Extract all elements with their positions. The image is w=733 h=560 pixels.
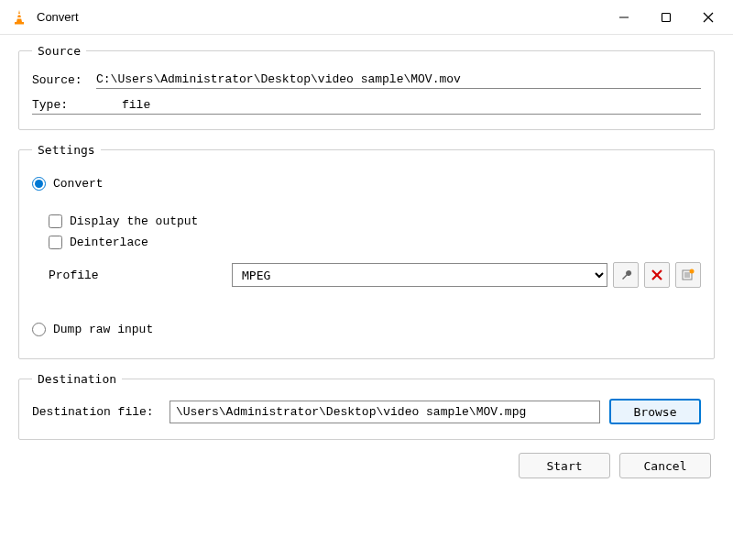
source-legend: Source (32, 44, 86, 58)
browse-button[interactable]: Browse (609, 399, 701, 424)
profile-select[interactable]: MPEG (232, 263, 607, 287)
source-label: Source: (32, 73, 96, 87)
profile-edit-button[interactable] (613, 262, 639, 288)
svg-point-13 (690, 269, 695, 274)
list-new-icon (682, 269, 695, 281)
type-label: Type: (32, 98, 96, 112)
display-output-label: Display the output (70, 214, 198, 228)
cancel-button[interactable]: Cancel (619, 453, 711, 478)
destination-file-input[interactable] (170, 401, 600, 423)
deinterlace-row[interactable]: Deinterlace (49, 236, 701, 249)
destination-group: Destination Destination file: Browse (18, 372, 715, 440)
source-input[interactable] (96, 71, 701, 89)
destination-file-label: Destination file: (32, 405, 170, 419)
wrench-icon (619, 269, 632, 281)
dump-radio-row[interactable]: Dump raw input (32, 323, 701, 336)
dump-radio[interactable] (32, 323, 46, 336)
window-title: Convert (37, 10, 603, 24)
dialog-content: Source Source: Type: file Settings Conve… (0, 35, 733, 489)
display-output-row[interactable]: Display the output (49, 214, 701, 228)
minimize-button[interactable] (603, 3, 645, 32)
svg-rect-0 (17, 14, 21, 16)
convert-radio-row[interactable]: Convert (32, 177, 701, 191)
convert-radio[interactable] (32, 177, 46, 191)
settings-legend: Settings (32, 143, 101, 157)
titlebar: Convert (0, 0, 733, 35)
profile-label: Profile (49, 269, 232, 282)
svg-rect-2 (15, 22, 24, 25)
vlc-cone-icon (11, 9, 27, 26)
maximize-button[interactable] (645, 3, 687, 32)
convert-radio-label: Convert (53, 177, 104, 191)
type-value: file (122, 98, 150, 112)
profile-delete-button[interactable] (644, 262, 670, 288)
dialog-footer: Start Cancel (18, 453, 715, 478)
destination-legend: Destination (32, 372, 122, 386)
profile-new-button[interactable] (675, 262, 701, 288)
deinterlace-label: Deinterlace (70, 236, 148, 249)
svg-rect-1 (16, 17, 21, 19)
x-icon (651, 269, 662, 280)
deinterlace-checkbox[interactable] (49, 236, 62, 249)
source-group: Source Source: Type: file (18, 44, 715, 130)
dump-radio-label: Dump raw input (53, 323, 153, 336)
svg-rect-4 (662, 13, 671, 21)
settings-group: Settings Convert Display the output Dein… (18, 143, 715, 359)
display-output-checkbox[interactable] (49, 214, 62, 228)
close-button[interactable] (687, 3, 729, 32)
start-button[interactable]: Start (519, 453, 610, 478)
window-controls (603, 3, 729, 32)
